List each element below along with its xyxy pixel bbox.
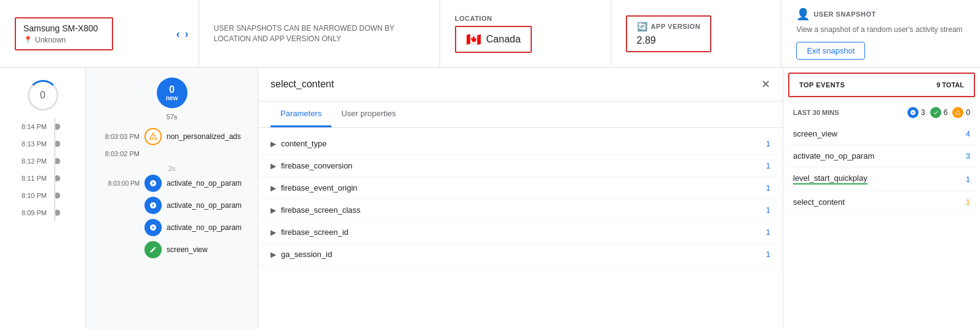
event-name: screen_view <box>167 245 208 254</box>
top-event-count: 4 <box>966 129 970 138</box>
top-events-title: TOP EVENTS <box>799 81 845 89</box>
param-item: ▶ ga_session_id 1 <box>258 244 783 266</box>
device-name: Samsung SM-X800 <box>23 23 105 33</box>
main-content: 0 8:14 PM 8:13 PM 8:12 PM 8:11 PM <box>0 68 980 329</box>
top-events-panel: TOP EVENTS 9 TOTAL LAST 30 MINS 3 6 <box>783 68 980 329</box>
version-label: APP VERSION <box>651 23 701 30</box>
chevron-icon: ▶ <box>271 184 276 192</box>
event-time: 8:03:03 PM <box>93 133 140 140</box>
time-label: 8:13 PM <box>10 140 47 148</box>
version-number: 2.89 <box>637 35 701 46</box>
chevron-icon: ▶ <box>271 162 276 170</box>
top-event-row: level_start_quickplay 1 <box>788 167 975 191</box>
param-name: ga_session_id <box>281 250 332 259</box>
top-events-header: TOP EVENTS 9 TOTAL <box>788 73 975 97</box>
time-label: 8:14 PM <box>10 123 47 130</box>
event-counts: 3 6 0 <box>907 107 970 118</box>
event-entry: activate_no_op_param <box>93 197 250 214</box>
version-icon: 🔄 <box>637 22 647 31</box>
top-bar: Samsung SM-X800 📍 Unknown ‹ › USER SNAPS… <box>0 0 980 68</box>
event-detail-header: select_content ✕ <box>258 68 783 101</box>
device-location: 📍 Unknown <box>23 36 105 44</box>
timeline-top-circle: 0 <box>28 80 58 111</box>
top-event-count: 1 <box>966 197 970 207</box>
exit-snapshot-button[interactable]: Exit snapshot <box>796 42 865 60</box>
blue-count-badge: 3 <box>907 107 925 118</box>
event-name: activate_no_op_param <box>167 223 242 232</box>
timeline-left: 0 8:14 PM 8:13 PM 8:12 PM 8:11 PM <box>0 68 86 329</box>
event-name: non_personalized_ads <box>167 132 241 141</box>
event-name: activate_no_op_param <box>167 179 242 188</box>
top-event-name: activate_no_op_param <box>793 151 874 161</box>
top-event-name: select_content <box>793 197 845 207</box>
location-label: LOCATION <box>455 15 492 22</box>
param-item: ▶ firebase_screen_id 1 <box>258 221 783 244</box>
time-label: 8:12 PM <box>10 157 47 165</box>
param-count: 1 <box>766 205 770 215</box>
chevron-icon: ▶ <box>271 206 276 215</box>
first-gap-label: 57s <box>167 113 178 121</box>
chevron-icon: ▶ <box>271 228 276 237</box>
params-list: ▶ content_type 1 ▶ firebase_conversion 1… <box>258 128 783 271</box>
event-icon-green <box>144 241 162 258</box>
location-section: LOCATION 🇨🇦 Canada <box>440 0 611 67</box>
event-icon-orange <box>144 128 162 145</box>
param-count: 1 <box>766 250 770 259</box>
close-button[interactable]: ✕ <box>761 77 770 91</box>
version-header: 🔄 APP VERSION <box>637 22 701 31</box>
snapshot-label: USER SNAPSHOT <box>813 10 875 18</box>
time-label: 8:11 PM <box>10 175 47 182</box>
event-stream: 0 new 57s 8:03:03 PM non_personalized_ad… <box>86 68 258 329</box>
timeline-item: 8:10 PM <box>0 187 85 204</box>
info-message: USER SNAPSHOTS CAN BE NARROWED DOWN BY L… <box>214 23 425 44</box>
new-badge: 0 new <box>157 77 188 108</box>
chevron-icon: ▶ <box>271 140 276 148</box>
top-events-list: screen_view 4 activate_no_op_param 3 lev… <box>783 123 980 213</box>
timeline-item: 8:12 PM <box>0 153 85 170</box>
snapshot-icon: 👤 <box>796 7 810 21</box>
info-section: USER SNAPSHOTS CAN BE NARROWED DOWN BY L… <box>199 0 440 67</box>
orange-count-badge: 0 <box>952 107 970 118</box>
param-name: firebase_conversion <box>281 161 352 170</box>
location-pin-icon: 📍 <box>23 36 33 44</box>
new-count: 0 <box>169 85 175 95</box>
snapshot-header: 👤 USER SNAPSHOT <box>796 7 875 21</box>
event-detail-panel: select_content ✕ Parameters User propert… <box>258 68 783 329</box>
event-entry: 8:03:02 PM <box>93 150 250 157</box>
event-stream-inner: 0 new 57s 8:03:03 PM non_personalized_ad… <box>86 68 258 273</box>
event-time: 8:03:00 PM <box>93 180 140 187</box>
top-event-name: screen_view <box>793 129 837 138</box>
orange-dot-icon <box>952 107 963 118</box>
device-box: Samsung SM-X800 📍 Unknown <box>15 17 113 50</box>
timeline-item: 8:13 PM <box>0 135 85 153</box>
second-gap-label: 2s <box>168 165 176 172</box>
new-label: new <box>166 95 178 101</box>
event-name: activate_no_op_param <box>167 201 242 210</box>
nav-arrows: ‹ › <box>176 27 189 40</box>
blue-count: 3 <box>921 108 925 117</box>
top-event-row: select_content 1 <box>788 191 975 213</box>
event-icon-blue <box>144 219 162 236</box>
tab-parameters[interactable]: Parameters <box>271 101 331 127</box>
param-count: 1 <box>766 228 770 237</box>
timeline-item: 8:14 PM <box>0 118 85 135</box>
time-label: 8:09 PM <box>10 209 47 216</box>
svg-rect-1 <box>152 137 153 138</box>
event-detail-title: select_content <box>271 79 334 90</box>
tab-user-properties[interactable]: User properties <box>331 101 406 127</box>
next-arrow[interactable]: › <box>185 27 189 40</box>
version-box: 🔄 APP VERSION 2.89 <box>626 15 712 52</box>
timeline-top-count: 0 <box>40 90 45 101</box>
top-event-row: activate_no_op_param 3 <box>788 145 975 167</box>
orange-count: 0 <box>966 108 970 117</box>
canada-flag-icon: 🇨🇦 <box>466 32 481 47</box>
top-event-row: screen_view 4 <box>788 123 975 145</box>
event-icon-blue <box>144 197 162 214</box>
param-count: 1 <box>766 139 770 148</box>
prev-arrow[interactable]: ‹ <box>176 27 180 40</box>
timeline-items: 8:14 PM 8:13 PM 8:12 PM 8:11 PM 8:10 PM <box>0 118 85 221</box>
param-item: ▶ firebase_conversion 1 <box>258 155 783 177</box>
svg-point-0 <box>152 135 154 136</box>
param-item: ▶ firebase_event_origin 1 <box>258 177 783 199</box>
top-events-total: 9 TOTAL <box>936 81 964 89</box>
